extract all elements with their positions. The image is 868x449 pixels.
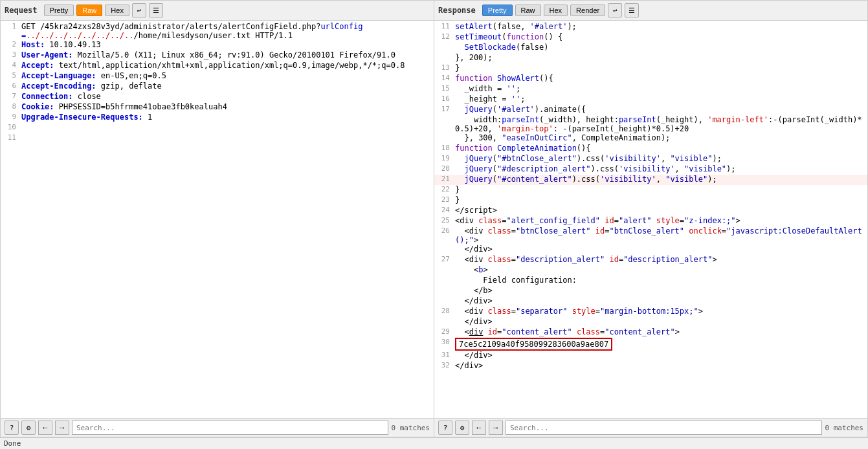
resp-line-17c: }, 300, "easeInOutCirc", CompleteAnimati… — [434, 133, 867, 144]
tab-raw-req[interactable]: Raw — [76, 5, 102, 16]
resp-line-23: 23 } — [434, 195, 867, 206]
resp-line-11: 11 setAlert(false, '#alert'); — [434, 22, 867, 32]
forward-btn-req[interactable]: → — [55, 421, 69, 435]
resp-line-12c: }, 200); — [434, 53, 867, 63]
resp-line-17: 17 jQuery('#alert').animate({ — [434, 105, 867, 115]
resp-line-32: 32 </div> — [434, 361, 867, 371]
secret-value: 7ce5c2109a40f958099283600a9ae807 — [455, 338, 612, 351]
wrap-icon-req[interactable]: ↩ — [132, 3, 146, 17]
response-title: Response — [438, 6, 476, 15]
settings-icon-req[interactable]: ⚙ — [21, 421, 36, 435]
resp-line-27b: <b> — [434, 265, 867, 276]
line-2: 2 Host: 10.10.49.13 — [1, 40, 434, 50]
line-11: 11 — [1, 133, 434, 144]
resp-line-31: 31 </div> — [434, 351, 867, 361]
request-bottom-bar: ? ⚙ ← → 0 matches — [1, 418, 434, 437]
line-10: 10 — [1, 123, 434, 133]
resp-line-27: 27 <div class="description_alert" id="de… — [434, 255, 867, 265]
resp-line-15: 15 _width = ''; — [434, 84, 867, 94]
resp-line-22: 22 } — [434, 185, 867, 195]
resp-line-30: 30 7ce5c2109a40f958099283600a9ae807 — [434, 338, 867, 351]
resp-line-12: 12 setTimeout(function() { — [434, 32, 867, 43]
menu-icon-resp[interactable]: ☰ — [625, 3, 639, 17]
resp-line-27c: Field configuration: — [434, 276, 867, 286]
resp-line-28: 28 <div class="separator" style="margin-… — [434, 307, 867, 317]
search-input-req[interactable] — [72, 421, 388, 435]
response-header: Response Pretty Raw Hex Render ↩ ☰ — [434, 1, 867, 21]
line-1: 1 GET /45kra24zxs28v3yd/administrator/al… — [1, 22, 434, 40]
tab-raw-resp[interactable]: Raw — [515, 5, 541, 16]
match-count-resp: 0 matches — [825, 424, 863, 432]
tab-pretty-resp[interactable]: Pretty — [482, 5, 513, 16]
resp-line-14: 14 function ShowAlert(){ — [434, 74, 867, 84]
menu-icon-req[interactable]: ☰ — [149, 3, 163, 17]
resp-line-27e: </div> — [434, 296, 867, 307]
line-7: 7 Connection: close — [1, 92, 434, 102]
resp-line-29: 29 <div id="content_alert" class="conten… — [434, 327, 867, 338]
line-6: 6 Accept-Encoding: gzip, deflate — [1, 82, 434, 92]
response-code-area: 11 setAlert(false, '#alert'); 12 setTime… — [434, 21, 867, 418]
tab-hex-req[interactable]: Hex — [105, 5, 129, 16]
tab-render-resp[interactable]: Render — [570, 5, 605, 16]
line-5: 5 Accept-Language: en-US,en;q=0.5 — [1, 71, 434, 82]
response-bottom-bar: ? ⚙ ← → 0 matches — [434, 418, 867, 437]
help-icon-resp[interactable]: ? — [438, 421, 452, 435]
resp-line-16: 16 _height = ''; — [434, 94, 867, 105]
line-4: 4 Accept: text/html,application/xhtml+xm… — [1, 61, 434, 71]
wrap-icon-resp[interactable]: ↩ — [608, 3, 622, 17]
resp-line-25: 25 <div class="alert_config_field" id="a… — [434, 216, 867, 226]
response-panel: Response Pretty Raw Hex Render ↩ ☰ 11 se… — [434, 0, 868, 437]
resp-line-17b: width:parseInt(_width), height:parseInt(… — [434, 115, 867, 133]
resp-line-13: 13 } — [434, 63, 867, 74]
resp-line-12b: SetBlockade(false) — [434, 43, 867, 53]
forward-btn-resp[interactable]: → — [489, 421, 503, 435]
resp-line-19: 19 jQuery("#btnClose_alert").css('visibi… — [434, 154, 867, 164]
request-header: Request Pretty Raw Hex ↩ ☰ — [1, 1, 434, 21]
line-8: 8 Cookie: PHPSESSID=b5hfrmme41obae3fb0ke… — [1, 102, 434, 113]
status-bar: Done — [0, 437, 868, 449]
search-input-resp[interactable] — [506, 421, 822, 435]
resp-line-21: 21 jQuery("#content_alert").css('visibil… — [434, 175, 867, 185]
status-text: Done — [4, 439, 21, 448]
request-title: Request — [5, 6, 38, 15]
line-3: 3 User-Agent: Mozilla/5.0 (X11; Linux x8… — [1, 50, 434, 61]
tab-hex-resp[interactable]: Hex — [544, 5, 568, 16]
back-btn-resp[interactable]: ← — [472, 421, 486, 435]
request-code-area: 1 GET /45kra24zxs28v3yd/administrator/al… — [1, 21, 434, 418]
help-icon-req[interactable]: ? — [5, 421, 19, 435]
resp-line-20: 20 jQuery("#description_alert").css('vis… — [434, 164, 867, 175]
resp-line-26b: </div> — [434, 245, 867, 255]
resp-line-24: 24 </script> — [434, 206, 867, 216]
request-panel: Request Pretty Raw Hex ↩ ☰ 1 GET /45kra2… — [0, 0, 434, 437]
resp-line-26: 26 <div class="btnClose_alert" id="btnCl… — [434, 226, 867, 245]
back-btn-req[interactable]: ← — [38, 421, 52, 435]
resp-line-18: 18 function CompleteAnimation(){ — [434, 144, 867, 154]
resp-line-28b: </div> — [434, 317, 867, 327]
match-count-req: 0 matches — [391, 424, 430, 432]
settings-icon-resp[interactable]: ⚙ — [455, 421, 469, 435]
tab-pretty-req[interactable]: Pretty — [44, 5, 74, 16]
line-9: 9 Upgrade-Insecure-Requests: 1 — [1, 113, 434, 123]
resp-line-27d: </b> — [434, 286, 867, 296]
